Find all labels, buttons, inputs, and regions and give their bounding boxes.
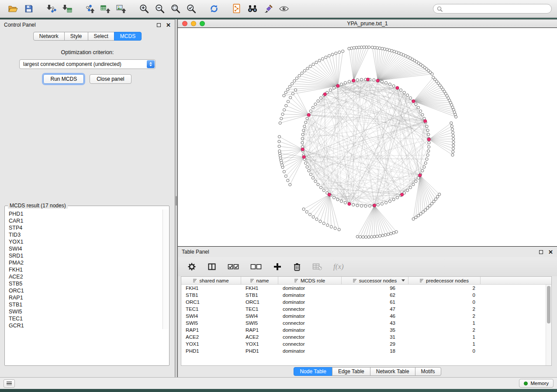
refresh-layout-button[interactable] [206, 2, 222, 16]
mcds-result-item[interactable]: FKH1 [6, 266, 168, 273]
table-row[interactable]: SWI5SWI5connector431 [181, 320, 551, 327]
table-tab-network-table[interactable]: Network Table [370, 367, 415, 376]
close-window-icon[interactable] [182, 21, 187, 26]
export-image-button[interactable] [114, 2, 129, 16]
close-panel-button[interactable]: Close panel [90, 74, 131, 84]
column-header-shared-name[interactable]: shared name [181, 277, 241, 284]
show-graphics-details-button[interactable] [276, 2, 292, 16]
zoom-out-icon [155, 3, 165, 14]
table-cell: dominator [278, 299, 342, 305]
table-cell: STB1 [241, 292, 278, 298]
column-header-successor-nodes[interactable]: successor nodes [342, 277, 408, 284]
mcds-result-item[interactable]: YOX1 [6, 238, 168, 245]
table-row[interactable]: TEC1TEC1connector472 [181, 306, 551, 313]
delete-button[interactable] [292, 261, 302, 272]
column-header-name[interactable]: name [241, 277, 278, 284]
export-network-button[interactable] [82, 2, 98, 16]
zoom-in-button[interactable] [136, 2, 152, 16]
mcds-result-item[interactable]: TID3 [6, 231, 168, 238]
table-row[interactable]: FKH1FKH1dominator962 [181, 285, 551, 292]
find-button[interactable] [245, 2, 260, 16]
mcds-buttons-row: Run MCDS Close panel [0, 74, 175, 84]
float-panel-icon[interactable] [157, 23, 161, 27]
network-clipboard-button[interactable] [229, 2, 245, 16]
zoom-in-icon [139, 3, 149, 14]
table-cell: PHD1 [181, 348, 241, 354]
table-cell: YOX1 [181, 341, 241, 347]
control-tab-select[interactable]: Select [88, 32, 114, 41]
add-button[interactable] [272, 261, 283, 272]
close-panel-icon[interactable]: ✕ [166, 22, 171, 28]
table-row[interactable]: SWI4SWI4dominator462 [181, 313, 551, 320]
control-panel-header: Control Panel ✕ [0, 20, 175, 30]
search-input[interactable] [445, 6, 548, 12]
table-row[interactable]: ORC1ORC1dominator610 [181, 299, 551, 306]
network-title: YPA_prune.txt_1 [178, 21, 557, 27]
table-cell: SWI5 [181, 320, 241, 326]
run-mcds-button[interactable]: Run MCDS [43, 74, 84, 84]
table-cell: 2 [408, 327, 481, 333]
mcds-result-item[interactable]: CAR1 [6, 217, 168, 224]
save-session-button[interactable] [21, 2, 37, 16]
status-menu-button[interactable] [3, 379, 15, 388]
float-panel-icon[interactable] [539, 250, 543, 254]
mcds-result-item[interactable]: ACE2 [6, 273, 168, 280]
select-all-button[interactable] [227, 262, 240, 272]
close-panel-icon[interactable]: ✕ [548, 249, 553, 255]
deselect-all-button[interactable] [249, 262, 263, 272]
column-label: shared name [199, 278, 228, 283]
mcds-result-item[interactable]: GCR1 [6, 322, 168, 329]
column-header-predecessor-nodes[interactable]: predecessor nodes [408, 277, 481, 284]
mcds-result-item[interactable]: SWI4 [6, 245, 168, 252]
mcds-result-item[interactable]: SWI5 [6, 308, 168, 315]
table-row[interactable]: PHD1PHD1dominator180 [181, 347, 551, 354]
optimization-select[interactable]: largest connected component (undirected) [19, 59, 156, 69]
import-network-button[interactable] [44, 2, 59, 16]
zoom-fit-button[interactable] [168, 2, 183, 16]
table-row[interactable]: RAP1RAP1dominator352 [181, 327, 551, 334]
zoom-selected-button[interactable] [183, 2, 199, 16]
table-cell: 2 [408, 285, 481, 291]
table-tab-node-table[interactable]: Node Table [294, 367, 332, 376]
network-graph[interactable] [178, 28, 557, 246]
mcds-result-item[interactable]: STB1 [6, 301, 168, 308]
table-cell: connector [278, 306, 342, 312]
table-options-button[interactable] [187, 261, 197, 272]
table-tab-motifs[interactable]: Motifs [415, 367, 441, 376]
mcds-list-scrollbar[interactable] [163, 210, 168, 329]
import-table-button[interactable] [59, 2, 75, 16]
apply-style-button[interactable] [260, 2, 276, 16]
table-scrollbar-thumb[interactable] [547, 286, 550, 323]
table-tab-edge-table[interactable]: Edge Table [332, 367, 370, 376]
table-scrollbar-track[interactable] [546, 285, 551, 365]
splitter-grip-icon [176, 196, 177, 206]
control-tab-mcds[interactable]: MCDS [114, 32, 142, 41]
mcds-result-item[interactable]: RAP1 [6, 294, 168, 301]
show-columns-button[interactable] [207, 261, 217, 272]
mcds-result-group: MCDS result (17 nodes) PHD1CAR1STP4TID3Y… [4, 203, 170, 366]
mcds-result-item[interactable]: ORC1 [6, 287, 168, 294]
panel-splitter[interactable] [175, 19, 178, 377]
table-cell: STB1 [181, 292, 241, 298]
mcds-result-item[interactable]: PHD1 [6, 210, 168, 217]
table-cell: FKH1 [181, 285, 241, 291]
memory-button[interactable]: Memory [519, 379, 554, 388]
mcds-result-item[interactable]: PMA2 [6, 259, 168, 266]
control-tab-style[interactable]: Style [64, 32, 88, 41]
open-file-button[interactable] [5, 2, 21, 16]
unchecked-boxes-icon [250, 263, 262, 271]
table-row[interactable]: YOX1YOX1connector291 [181, 340, 551, 347]
mcds-result-item[interactable]: SRD1 [6, 252, 168, 259]
export-table-button[interactable] [98, 2, 114, 16]
mcds-result-item[interactable]: STP4 [6, 224, 168, 231]
column-header-MCDS-role[interactable]: MCDS role [278, 277, 342, 284]
mcds-result-item[interactable]: TEC1 [6, 315, 168, 322]
table-row[interactable]: ACE2ACE2connector311 [181, 334, 551, 340]
zoom-out-button[interactable] [152, 2, 168, 16]
control-tab-network[interactable]: Network [33, 32, 65, 41]
network-canvas[interactable] [178, 28, 557, 246]
minimize-window-icon[interactable] [191, 21, 196, 26]
mcds-result-item[interactable]: STB5 [6, 280, 168, 287]
maximize-window-icon[interactable] [200, 21, 205, 26]
table-row[interactable]: STB1STB1dominator620 [181, 292, 551, 299]
